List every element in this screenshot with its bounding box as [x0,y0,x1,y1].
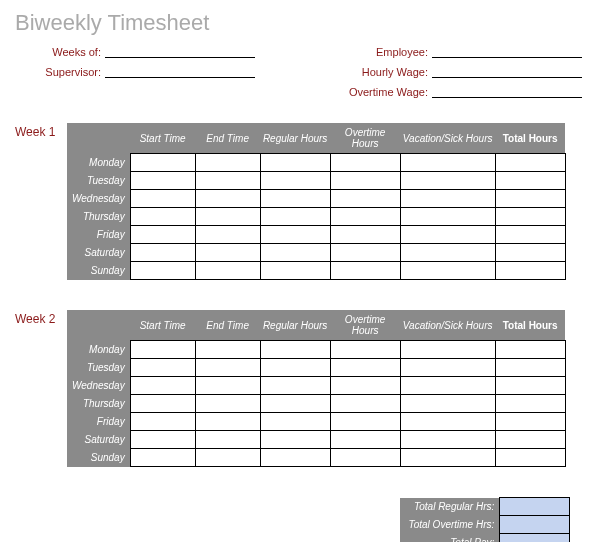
cell-input-end[interactable] [196,190,260,207]
cell-input-regular[interactable] [261,208,330,225]
cell-input-end[interactable] [196,431,260,448]
cell-input-regular[interactable] [261,413,330,430]
label-employee: Employee: [342,46,432,58]
cell-input-total[interactable] [496,190,565,207]
cell-input-overtime[interactable] [331,431,400,448]
cell-input-total[interactable] [496,377,565,394]
cell-input-start[interactable] [131,341,195,358]
input-weeks-of[interactable] [105,44,255,58]
cell-input-total[interactable] [496,359,565,376]
cell-input-end[interactable] [196,413,260,430]
table-row: Monday [67,154,565,172]
cell-input-overtime[interactable] [331,226,400,243]
cell-input-overtime[interactable] [331,244,400,261]
cell-input-end[interactable] [196,395,260,412]
col-head-regular: Regular Hours [260,123,330,154]
cell-input-total[interactable] [496,172,565,189]
input-total-regular[interactable] [500,498,569,515]
cell-input-regular[interactable] [261,244,330,261]
cell-input-vacation[interactable] [401,359,495,376]
cell-input-total[interactable] [496,154,565,171]
cell-input-overtime[interactable] [331,395,400,412]
cell-input-regular[interactable] [261,262,330,279]
cell-input-overtime[interactable] [331,359,400,376]
cell-input-overtime[interactable] [331,172,400,189]
cell-input-overtime[interactable] [331,190,400,207]
cell-input-overtime[interactable] [331,208,400,225]
cell-input-vacation[interactable] [401,208,495,225]
cell-input-vacation[interactable] [401,244,495,261]
cell-input-vacation[interactable] [401,226,495,243]
cell-input-end[interactable] [196,172,260,189]
cell-input-end[interactable] [196,359,260,376]
cell-input-end[interactable] [196,341,260,358]
cell-input-regular[interactable] [261,226,330,243]
input-hourly-wage[interactable] [432,64,582,78]
cell-input-vacation[interactable] [401,190,495,207]
cell-input-regular[interactable] [261,341,330,358]
cell-input-start[interactable] [131,359,195,376]
cell-input-overtime[interactable] [331,154,400,171]
cell-input-overtime[interactable] [331,341,400,358]
cell-input-overtime[interactable] [331,449,400,466]
input-supervisor[interactable] [105,64,255,78]
cell-input-end[interactable] [196,449,260,466]
cell-input-start[interactable] [131,449,195,466]
cell-input-regular[interactable] [261,431,330,448]
input-total-overtime[interactable] [500,516,569,533]
cell-input-regular[interactable] [261,190,330,207]
cell-input-total[interactable] [496,431,565,448]
cell-input-start[interactable] [131,226,195,243]
cell-input-start[interactable] [131,208,195,225]
input-overtime-wage[interactable] [432,84,582,98]
cell-input-total[interactable] [496,341,565,358]
cell-input-start[interactable] [131,413,195,430]
cell-input-end[interactable] [196,244,260,261]
cell-input-overtime[interactable] [331,413,400,430]
cell-input-total[interactable] [496,449,565,466]
cell-input-regular[interactable] [261,377,330,394]
input-employee[interactable] [432,44,582,58]
cell-input-end[interactable] [196,208,260,225]
cell-input-vacation[interactable] [401,154,495,171]
cell-input-start[interactable] [131,244,195,261]
cell-input-end[interactable] [196,377,260,394]
cell-input-end[interactable] [196,262,260,279]
cell-input-end[interactable] [196,226,260,243]
cell-input-vacation[interactable] [401,395,495,412]
cell-input-total[interactable] [496,262,565,279]
cell-input-start[interactable] [131,172,195,189]
cell-input-start[interactable] [131,262,195,279]
cell-input-regular[interactable] [261,395,330,412]
input-total-pay[interactable] [500,534,569,542]
col-head-vacation: Vacation/Sick Hours [400,310,495,341]
cell-input-overtime[interactable] [331,262,400,279]
day-head-sunday: Sunday [67,262,130,280]
cell-input-regular[interactable] [261,172,330,189]
col-head-total: Total Hours [495,310,565,341]
cell-input-total[interactable] [496,413,565,430]
cell-input-start[interactable] [131,377,195,394]
cell-input-vacation[interactable] [401,431,495,448]
cell-input-total[interactable] [496,208,565,225]
cell-input-start[interactable] [131,395,195,412]
cell-input-vacation[interactable] [401,377,495,394]
cell-input-end[interactable] [196,154,260,171]
cell-input-regular[interactable] [261,449,330,466]
cell-input-vacation[interactable] [401,172,495,189]
week-label-1: Week 1 [15,123,67,139]
cell-input-overtime[interactable] [331,377,400,394]
cell-input-regular[interactable] [261,359,330,376]
cell-input-vacation[interactable] [401,262,495,279]
cell-input-regular[interactable] [261,154,330,171]
cell-input-total[interactable] [496,395,565,412]
cell-input-vacation[interactable] [401,449,495,466]
cell-input-total[interactable] [496,226,565,243]
cell-input-vacation[interactable] [401,341,495,358]
cell-input-start[interactable] [131,431,195,448]
cell-input-start[interactable] [131,154,195,171]
day-head-thursday: Thursday [67,395,130,413]
cell-input-start[interactable] [131,190,195,207]
cell-input-vacation[interactable] [401,413,495,430]
cell-input-total[interactable] [496,244,565,261]
